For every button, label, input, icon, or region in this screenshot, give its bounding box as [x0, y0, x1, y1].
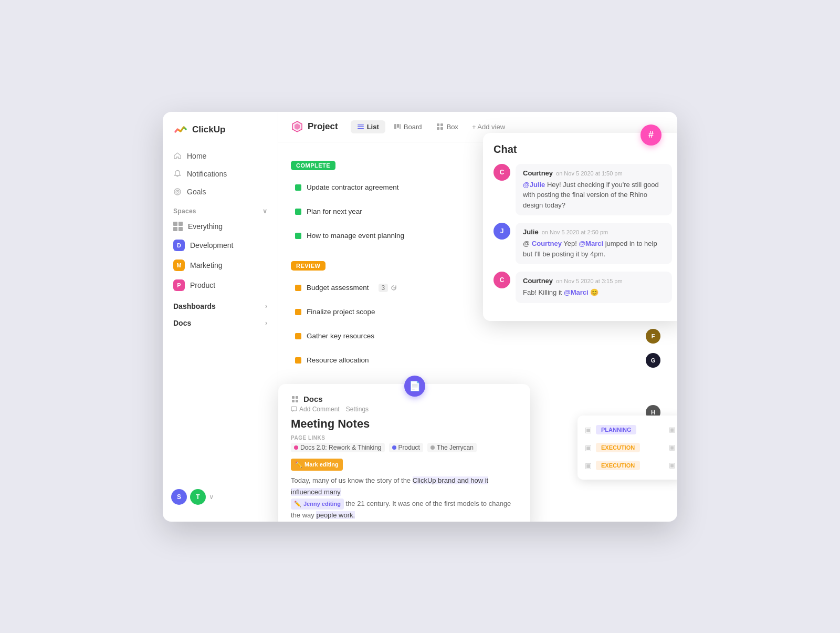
page-link-dot [392, 445, 396, 450]
task-dot [295, 333, 301, 339]
chat-meta: Courtney on Nov 5 2020 at 3:15 pm [523, 277, 665, 285]
task-name: How to manage event planning [307, 232, 404, 240]
docs-actions: Add Comment Settings [291, 406, 518, 413]
mention: @Marci [579, 240, 603, 247]
svg-rect-14 [440, 127, 443, 130]
chat-hash-button[interactable]: # [640, 124, 662, 146]
sidebar-item-development[interactable]: D Development [167, 236, 274, 255]
page-link-chip[interactable]: The Jerrycan [427, 443, 477, 452]
docs-section-title: Docs [303, 395, 323, 403]
svg-rect-7 [358, 128, 364, 129]
comment-icon[interactable]: ▣ [669, 461, 675, 469]
development-dot: D [173, 240, 185, 251]
goals-label: Goals [187, 188, 206, 196]
calendar-icon: ▣ [585, 426, 592, 434]
svg-rect-5 [358, 124, 364, 126]
add-view-btn[interactable]: + Add view [467, 120, 510, 133]
development-label: Development [190, 241, 234, 250]
tag-row: ▣ PLANNING ▣ [578, 421, 677, 439]
settings-btn[interactable]: Settings [346, 406, 369, 413]
svg-rect-11 [437, 123, 439, 126]
product-dot: P [173, 279, 185, 291]
task-assignee-avatar: G [646, 353, 660, 368]
tag-chip[interactable]: EXECUTION [596, 443, 640, 452]
product-label: Product [190, 281, 215, 289]
add-comment-btn[interactable]: Add Comment [291, 406, 340, 413]
view-tabs: List Board [351, 120, 510, 133]
chat-text: Fab! Killing it @Marci 😊 [523, 287, 665, 298]
docs-panel: 📄 Docs Add Comment Settings Meet [278, 384, 530, 521]
page-link-chip[interactable]: Product [389, 443, 423, 452]
tag-row: ▣ EXECUTION ▣ [578, 456, 677, 474]
user-avatar-2[interactable]: T [190, 489, 206, 505]
task-name: Budget assessment [307, 284, 369, 292]
sidebar-item-product[interactable]: P Product [167, 276, 274, 295]
comment-icon [291, 406, 297, 412]
page-link-chip[interactable]: Docs 2.0: Rework & Thinking [291, 443, 385, 452]
calendar-icon: ▣ [585, 461, 592, 470]
spaces-chevron[interactable]: ∨ [262, 207, 267, 215]
sidebar: ClickUp Home Notifications [163, 112, 278, 522]
sidebar-item-home[interactable]: Home [167, 148, 274, 164]
user-avatar-1[interactable]: S [171, 489, 187, 505]
avatar-dropdown[interactable]: ∨ [209, 493, 214, 501]
goals-icon [173, 188, 182, 196]
page-links-label: PAGE LINKS [291, 435, 518, 441]
chat-bubble: Courtney on Nov 5 2020 at 3:15 pm Fab! K… [516, 272, 672, 303]
chat-text: @Julie Hey! Just checking if you're stil… [523, 180, 665, 211]
page-link-label: Product [398, 444, 420, 451]
svg-rect-15 [292, 396, 295, 399]
task-dot [295, 209, 301, 215]
task-dot [295, 184, 301, 191]
task-count: 3 [379, 284, 388, 292]
chat-meta: Julie on Nov 5 2020 at 2:50 pm [523, 228, 665, 236]
project-title: Project [308, 121, 338, 132]
mention: Courtney [532, 240, 562, 247]
comment-icon[interactable]: ▣ [669, 426, 675, 433]
comment-icon[interactable]: ▣ [669, 443, 675, 451]
dashboards-header[interactable]: Dashboards › [163, 296, 278, 313]
mention: @Julie [523, 181, 545, 189]
task-row[interactable]: Gather key resources F [291, 324, 665, 348]
tab-board[interactable]: Board [387, 120, 428, 133]
chat-time: on Nov 5 2020 at 2:50 pm [542, 229, 608, 235]
docs-fab-button[interactable]: 📄 [404, 376, 425, 397]
task-row[interactable]: Resource allocation G [291, 348, 665, 372]
sidebar-item-goals[interactable]: Goals [167, 183, 274, 200]
tab-box[interactable]: Box [430, 120, 464, 133]
tag-chip[interactable]: EXECUTION [596, 461, 640, 470]
chat-message-2: J Julie on Nov 5 2020 at 2:50 pm @ Court… [494, 223, 672, 264]
chat-time: on Nov 5 2020 at 1:50 pm [556, 170, 623, 177]
sidebar-bottom: S T ∨ [163, 483, 278, 511]
task-assignee-avatar: F [646, 329, 660, 344]
page-link-label: The Jerrycan [437, 444, 474, 451]
tags-panel: ▣ PLANNING ▣ ▣ EXECUTION ▣ ▣ EXECUTION [578, 416, 677, 480]
bell-icon [173, 170, 182, 178]
logo-area[interactable]: ClickUp [163, 122, 278, 148]
svg-point-2 [177, 191, 178, 192]
chat-time: on Nov 5 2020 at 3:15 pm [556, 278, 623, 284]
sidebar-item-notifications[interactable]: Notifications [167, 165, 274, 182]
chat-avatar-courtney-2: C [494, 272, 510, 288]
svg-rect-12 [440, 123, 443, 126]
sidebar-item-marketing[interactable]: M Marketing [167, 256, 274, 275]
page-links: Docs 2.0: Rework & Thinking Product The … [291, 443, 518, 452]
task-name: Update contractor agreement [307, 183, 399, 191]
chat-sender: Courtney [523, 277, 553, 285]
chat-meta: Courtney on Nov 5 2020 at 1:50 pm [523, 169, 665, 177]
tab-list[interactable]: List [351, 120, 385, 133]
task-dot [295, 309, 301, 315]
mark-editing-badge: ✏️ Mark editing [291, 459, 343, 471]
docs-header[interactable]: Docs › [163, 313, 278, 329]
home-label: Home [187, 152, 206, 160]
sidebar-item-everything[interactable]: Everything [167, 218, 274, 235]
review-badge: REVIEW [291, 261, 326, 271]
task-dot [295, 233, 301, 239]
app-container: ClickUp Home Notifications [163, 112, 677, 522]
chat-avatar-julie: J [494, 223, 510, 240]
task-dot [295, 357, 301, 364]
docs-chevron: › [265, 319, 267, 327]
highlight-text-2: people work. [316, 511, 355, 519]
task-name: Resource allocation [307, 356, 369, 364]
tag-chip[interactable]: PLANNING [596, 425, 636, 434]
